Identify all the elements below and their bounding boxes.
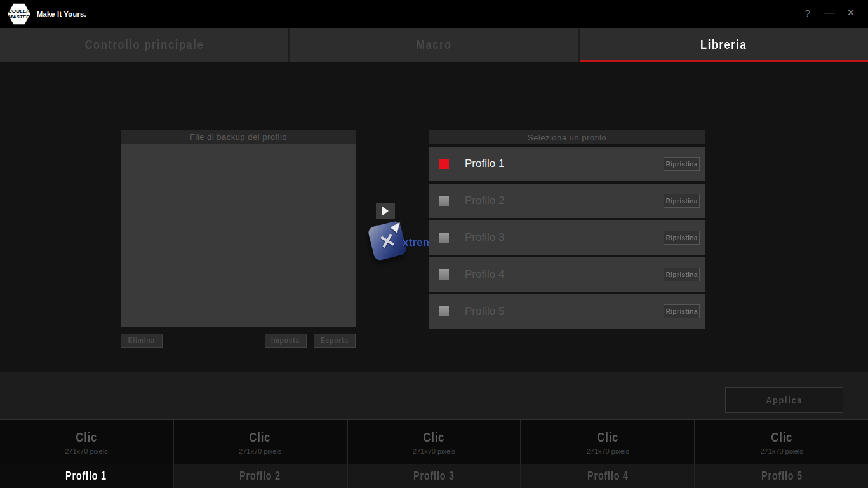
main-tabs: Controllo principale Macro Libreria [0,28,868,62]
profile-row-4[interactable]: Profilo 4 Ripristina [429,257,705,292]
profile-tab-2[interactable]: Profilo 2 [173,464,347,488]
profile-tab-3[interactable]: Profilo 3 [347,464,521,488]
key-slot-2[interactable]: Clic 271x70 pixels [173,420,347,464]
profile-tab-row: Profilo 1 Profilo 2 Profilo 3 Profilo 4 … [0,464,868,488]
window-controls: ? — ✕ [798,0,860,25]
brand-tagline: Make It Yours. [37,0,86,28]
restore-button[interactable]: Ripristina [664,157,700,171]
cooler-master-logo: COOLER MASTER [8,3,30,25]
profile-row-2[interactable]: Profilo 2 Ripristina [429,184,705,218]
delete-backup-button[interactable]: Elimina [121,334,163,348]
arrow-right-icon [382,207,389,215]
profile-row-1[interactable]: Profilo 1 Ripristina [429,147,705,181]
backup-panel-title: File di backup del profilo [121,130,356,144]
key-slot-5[interactable]: Clic 271x70 pixels [694,420,868,464]
profile-tab-5[interactable]: Profilo 5 [694,464,868,488]
restore-button[interactable]: Ripristina [664,194,700,208]
profile-checkbox[interactable] [439,196,449,206]
restore-button[interactable]: Ripristina [664,304,700,318]
key-slot-4[interactable]: Clic 271x70 pixels [520,420,694,464]
profile-bar: Clic 271x70 pixels Clic 271x70 pixels Cl… [0,419,868,488]
key-slot-3[interactable]: Clic 271x70 pixels [347,420,521,464]
tab-controllo-principale[interactable]: Controllo principale [0,28,288,62]
profile-checkbox[interactable] [439,233,449,243]
restore-button[interactable]: Ripristina [664,268,700,281]
profile-row-5[interactable]: Profilo 5 Ripristina [429,294,705,329]
key-slot-1[interactable]: Clic 271x70 pixels [0,420,173,464]
profile-checkbox[interactable] [439,306,449,316]
profile-tab-1[interactable]: Profilo 1 [0,464,173,488]
backup-file-list[interactable] [121,144,356,327]
profile-checkbox[interactable] [439,269,449,280]
app-window: COOLER MASTER Make It Yours. ? — ✕ Contr… [0,0,868,488]
apply-button[interactable]: Applica [725,387,843,413]
logo-text-top: COOLER [8,8,30,14]
title-bar: COOLER MASTER Make It Yours. ? — ✕ [0,0,868,28]
profile-checkbox[interactable] [439,159,449,169]
profile-tab-4[interactable]: Profilo 4 [520,464,694,488]
logo-text-bottom: MASTER [8,14,30,20]
backup-panel: File di backup del profilo [121,130,356,327]
profile-row-3[interactable]: Profilo 3 Ripristina [429,220,705,255]
tab-libreria[interactable]: Libreria [578,28,868,62]
profile-panel-title: Seleziona un profilo [429,130,705,144]
profile-select-panel: Seleziona un profilo Profilo 1 Ripristin… [429,130,705,329]
tab-macro[interactable]: Macro [288,28,578,62]
minimize-button[interactable]: — [820,3,839,22]
key-slot-row: Clic 271x70 pixels Clic 271x70 pixels Cl… [0,420,868,464]
help-button[interactable]: ? [798,3,817,22]
close-button[interactable]: ✕ [841,3,860,22]
export-backup-button[interactable]: Esporta [314,334,356,348]
restore-button[interactable]: Ripristina [664,231,700,245]
watermark-x-glyph: ✕ [377,228,398,254]
import-backup-button[interactable]: Imposta [265,334,307,348]
transfer-right-button[interactable] [376,203,395,219]
